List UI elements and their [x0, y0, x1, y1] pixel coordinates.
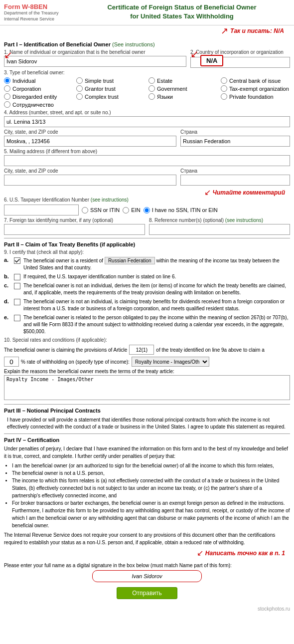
q7-q8-row: 7. Foreign tax identifying number, if an… [4, 217, 290, 235]
radio-complex-trust-input[interactable] [76, 93, 83, 100]
check-text-a: The beneficial owner is a resident of Ru… [23, 257, 290, 271]
part3-check-section: I have provided or will provide a statem… [4, 417, 290, 430]
radio-disregarded-input[interactable] [4, 93, 10, 100]
radio-grantor-trust-input[interactable] [76, 85, 83, 92]
mail-city-input[interactable] [4, 175, 176, 186]
radio-no-ssn[interactable]: I have no SSN, ITIN or EIN [144, 207, 218, 214]
radio-disregarded[interactable]: Disregarded entity [4, 93, 73, 100]
check-letter-a: a. [4, 257, 11, 263]
q6-annotation-text: Читайте комментарий [213, 189, 285, 196]
part4-title: Part IV – Certification [4, 437, 290, 443]
radio-yazyki[interactable]: Языки [148, 93, 218, 100]
q4-input[interactable] [4, 116, 290, 127]
mail-city-country-row: City, state, and ZIP code Страна [4, 168, 290, 186]
q7-label: 7. Foreign tax identifying number, if an… [4, 217, 145, 223]
na-annotation-text: Так и писать: N/A [230, 27, 284, 34]
check-box-b[interactable] [14, 274, 20, 280]
q4-group: 4. Address (number, street, and apt. or … [4, 110, 290, 127]
q1-input[interactable] [4, 56, 186, 67]
radio-private-foundation-input[interactable] [221, 93, 227, 100]
country-btn-a[interactable]: Russian Federation [105, 257, 155, 264]
radio-central-bank-input[interactable] [221, 77, 227, 84]
q5-label: 5. Mailing address (if different from ab… [4, 149, 290, 154]
check-box-a[interactable] [14, 257, 20, 264]
radio-tax-exempt-label: Tax-exempt organization [229, 86, 289, 92]
q6-ein-row: SSN or ITIN EIN I have no SSN, ITIN or E… [4, 205, 290, 215]
radio-complex-trust-label: Complex trust [85, 94, 119, 100]
country-input[interactable] [180, 136, 290, 147]
check-text-c: The beneficial owner is not an individua… [23, 282, 290, 296]
radio-sotrudnichestvo[interactable]: Сотрудничество [4, 101, 73, 108]
check-text-d: The beneficial owner is not an individua… [23, 298, 290, 312]
radio-corporation-label: Corporation [12, 86, 41, 92]
radio-central-bank[interactable]: Central bank of issue [221, 77, 290, 84]
radio-private-foundation-label: Private foundation [229, 94, 274, 100]
radio-ein[interactable]: EIN [123, 207, 140, 214]
signature-input[interactable] [92, 570, 202, 582]
q8-label: 8. Reference number(s) (optional) (see i… [149, 217, 290, 223]
percent-input[interactable] [4, 357, 19, 367]
radio-tax-exempt-input[interactable] [221, 85, 227, 92]
radio-ssn[interactable]: SSN or ITIN [82, 207, 120, 214]
q3-section: 3. Type of beneficial owner: Individual … [4, 70, 290, 108]
arrow-q6-icon: ↙ [204, 188, 211, 197]
radio-grantor-trust[interactable]: Grantor trust [76, 85, 146, 92]
submit-button[interactable]: Отправить [117, 587, 177, 599]
part3-title: Part III – Notional Principal Contracts [4, 408, 290, 414]
radio-private-foundation[interactable]: Private foundation [221, 93, 290, 100]
city-input[interactable] [4, 136, 176, 147]
cert-list: I am the beneficial owner (or am authori… [12, 462, 290, 529]
check-box-c[interactable] [14, 283, 20, 289]
mail-country-input[interactable] [180, 175, 290, 186]
dept-line1: Department of the Treasury [4, 10, 74, 16]
main-content: Part I – Identification of Beneficial Ow… [0, 36, 294, 605]
radio-complex-trust[interactable]: Complex trust [76, 93, 146, 100]
part2-divider [4, 404, 290, 405]
check-text-e: The beneficial owner is related to the p… [23, 314, 290, 335]
q8-group: 8. Reference number(s) (optional) (see i… [149, 217, 290, 235]
check-item-c: c. The beneficial owner is not an indivi… [4, 282, 290, 296]
arrow-q1: ↙ [4, 49, 12, 61]
part2-checklist: a. The beneficial owner is a resident of… [4, 257, 290, 335]
part3-divider [4, 433, 290, 434]
q5-input[interactable] [4, 155, 290, 166]
check-box-e[interactable] [14, 315, 20, 321]
check-item-b: b. If required, the U.S. taxpayer identi… [4, 273, 290, 280]
q6-annotation: ↙ Читайте комментарий [4, 188, 290, 197]
royalty-select[interactable]: Royalty Income - Images/Oth [132, 357, 209, 367]
radio-individual-input[interactable] [4, 77, 10, 84]
radio-yazyki-input[interactable] [148, 93, 155, 100]
q1-q2-row: 1. Name of individual or organization th… [4, 49, 290, 68]
q6-tin-input[interactable] [4, 205, 79, 215]
radio-no-ssn-label: I have no SSN, ITIN or EIN [152, 207, 218, 213]
article-text-before: The beneficial owner is claiming the pro… [4, 347, 127, 353]
radio-government-input[interactable] [148, 85, 155, 92]
sig-instruction: Please enter your full name as a digital… [4, 563, 290, 568]
radio-sotrudnichestvo-input[interactable] [4, 101, 10, 108]
radio-ssn-input[interactable] [82, 207, 88, 214]
cert-item-2: The beneficial owner is not a U.S. perso… [12, 469, 290, 477]
country-label: Страна [180, 129, 290, 135]
radio-simple-trust[interactable]: Simple trust [76, 77, 146, 84]
radio-individual[interactable]: Individual [4, 77, 73, 84]
radio-government[interactable]: Government [148, 85, 218, 92]
radio-tax-exempt[interactable]: Tax-exempt organization [221, 85, 290, 92]
radio-estate-input[interactable] [148, 77, 155, 84]
radio-ein-input[interactable] [123, 207, 129, 214]
check-box-d[interactable] [14, 299, 20, 305]
q1-label: 1. Name of individual or organization th… [4, 49, 186, 55]
radio-corporation-input[interactable] [4, 85, 10, 92]
city-group: City, state, and ZIP code [4, 129, 176, 147]
article-input[interactable] [129, 345, 154, 355]
radio-simple-trust-input[interactable] [76, 77, 83, 84]
radio-no-ssn-input[interactable] [144, 207, 150, 214]
q8-input[interactable] [149, 224, 290, 235]
radio-corporation[interactable]: Corporation [4, 85, 73, 92]
check-item-d: d. The beneficial owner is not an indivi… [4, 298, 290, 312]
explain-label: Explain the reasons the beneficial owner… [4, 369, 290, 374]
page-header: Form W-8BEN Department of the Treasury I… [0, 0, 294, 25]
q2-group: 2. Country of incorporation or organizat… [190, 49, 290, 68]
q7-input[interactable] [4, 224, 145, 235]
explain-textarea[interactable]: Royalty Income - Images/Other [4, 375, 290, 400]
radio-estate[interactable]: Estate [148, 77, 218, 84]
